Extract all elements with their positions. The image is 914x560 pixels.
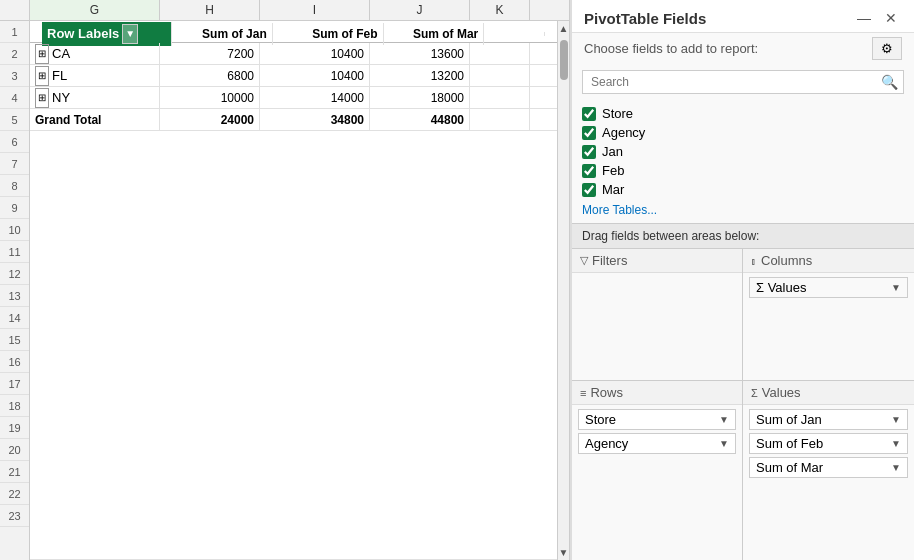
mar-field-label: Mar [602, 182, 624, 197]
more-tables-link[interactable]: More Tables... [582, 201, 904, 219]
values-sum-mar-arrow: ▼ [891, 462, 901, 473]
values-sum-jan-tag[interactable]: Sum of Jan ▼ [749, 409, 908, 430]
list-item: Jan [582, 142, 904, 161]
row-num-20: 20 [0, 439, 29, 461]
values-area: Σ Values Sum of Jan ▼ Sum of Feb ▼ Sum o… [743, 381, 914, 560]
rows-area-body: Store ▼ Agency ▼ [572, 405, 742, 560]
fl-feb: 10400 [260, 65, 370, 86]
ca-label: ⊞ CA [30, 43, 160, 64]
values-sum-jan-label: Sum of Jan [756, 412, 822, 427]
list-item: Mar [582, 180, 904, 199]
spreadsheet: G H I J K 1 2 3 4 5 6 7 8 9 10 11 12 13 … [0, 0, 570, 560]
col-header-j: J [370, 0, 470, 20]
pivot-panel-title: PivotTable Fields [584, 10, 706, 27]
values-sum-mar-tag[interactable]: Sum of Mar ▼ [749, 457, 908, 478]
row-num-10: 10 [0, 219, 29, 241]
sum-feb-header: Sum of Feb [274, 23, 384, 45]
grand-total-k [470, 109, 530, 130]
rows-store-label: Store [585, 412, 616, 427]
search-input[interactable] [582, 70, 904, 94]
row-num-14: 14 [0, 307, 29, 329]
row-num-17: 17 [0, 373, 29, 395]
fl-expand-icon[interactable]: ⊞ [35, 66, 49, 86]
row-num-13: 13 [0, 285, 29, 307]
rows-area: ≡ Rows Store ▼ Agency ▼ [572, 381, 743, 560]
values-sum-mar-label: Sum of Mar [756, 460, 823, 475]
agency-checkbox[interactable] [582, 126, 596, 140]
rows-agency-tag[interactable]: Agency ▼ [578, 433, 736, 454]
scroll-down-btn[interactable]: ▼ [558, 545, 569, 560]
row-num-9: 9 [0, 197, 29, 219]
search-icon: 🔍 [881, 74, 898, 90]
grand-total-label: Grand Total [30, 109, 160, 130]
settings-icon: ⚙ [881, 41, 893, 56]
filters-area-body [572, 273, 742, 380]
row-num-5: 5 [0, 109, 29, 131]
mar-checkbox[interactable] [582, 183, 596, 197]
feb-checkbox[interactable] [582, 164, 596, 178]
values-label: Values [762, 385, 801, 400]
rows-agency-arrow: ▼ [719, 438, 729, 449]
rows-store-tag[interactable]: Store ▼ [578, 409, 736, 430]
row-labels-label: Row Labels [47, 25, 119, 43]
values-sum-feb-arrow: ▼ [891, 438, 901, 449]
row-num-23: 23 [0, 505, 29, 527]
grand-total-mar: 44800 [370, 109, 470, 130]
pivot-panel-header: PivotTable Fields — ✕ [572, 0, 914, 33]
pivot-header-buttons: — ✕ [852, 8, 902, 28]
ny-expand-icon[interactable]: ⊞ [35, 88, 49, 108]
list-item: Store [582, 104, 904, 123]
row-labels-header-cell[interactable]: Row Labels ▼ [42, 22, 172, 46]
store-checkbox[interactable] [582, 107, 596, 121]
agency-field-label: Agency [602, 125, 645, 140]
ny-jan: 10000 [160, 87, 260, 108]
fl-k [470, 65, 530, 86]
row-num-7: 7 [0, 153, 29, 175]
grand-total-feb: 34800 [260, 109, 370, 130]
row-num-22: 22 [0, 483, 29, 505]
values-sum-feb-label: Sum of Feb [756, 436, 823, 451]
jan-field-label: Jan [602, 144, 623, 159]
row-num-3: 3 [0, 65, 29, 87]
filters-area-header: ▽ Filters [572, 249, 742, 273]
header-k [485, 32, 545, 36]
row-num-1: 1 [0, 21, 29, 43]
ca-jan: 7200 [160, 43, 260, 64]
fl-label: ⊞ FL [30, 65, 160, 86]
col-header-k: K [470, 0, 530, 20]
columns-area: ⫾ Columns Σ Values ▼ [743, 249, 914, 381]
close-button[interactable]: ✕ [880, 8, 902, 28]
grand-total-row: Grand Total 24000 34800 44800 [30, 109, 557, 131]
pivot-subtitle: Choose fields to add to report: ⚙ [572, 33, 914, 64]
fl-mar: 13200 [370, 65, 470, 86]
jan-checkbox[interactable] [582, 145, 596, 159]
rows-icon: ≡ [580, 387, 586, 399]
columns-values-tag[interactable]: Σ Values ▼ [749, 277, 908, 298]
values-area-header: Σ Values [743, 381, 914, 405]
values-sum-feb-tag[interactable]: Sum of Feb ▼ [749, 433, 908, 454]
row-num-4: 4 [0, 87, 29, 109]
store-field-label: Store [602, 106, 633, 121]
columns-icon: ⫾ [751, 255, 757, 267]
row-labels-dropdown-icon[interactable]: ▼ [122, 24, 138, 44]
scroll-up-btn[interactable]: ▲ [558, 21, 569, 36]
ca-expand-icon[interactable]: ⊞ [35, 44, 49, 64]
col-header-h: H [160, 0, 260, 20]
filters-icon: ▽ [580, 254, 588, 267]
table-row: ⊞ FL 6800 10400 13200 [30, 65, 557, 87]
columns-area-body: Σ Values ▼ [743, 273, 914, 380]
row-numbers: 1 2 3 4 5 6 7 8 9 10 11 12 13 14 15 16 1… [0, 21, 30, 560]
pivot-header-row: Row Labels ▼ Sum of Jan Sum of Feb Sum o… [30, 21, 557, 43]
rows-label: Rows [590, 385, 623, 400]
ca-k [470, 43, 530, 64]
minimize-button[interactable]: — [852, 8, 876, 28]
pivot-settings-button[interactable]: ⚙ [872, 37, 902, 60]
grand-total-jan: 24000 [160, 109, 260, 130]
scroll-thumb[interactable] [560, 40, 568, 80]
row-num-12: 12 [0, 263, 29, 285]
feb-field-label: Feb [602, 163, 624, 178]
columns-values-arrow: ▼ [891, 282, 901, 293]
ny-label: ⊞ NY [30, 87, 160, 108]
vertical-scrollbar[interactable]: ▲ ▼ [557, 21, 569, 560]
values-sigma-icon: Σ [751, 387, 758, 399]
